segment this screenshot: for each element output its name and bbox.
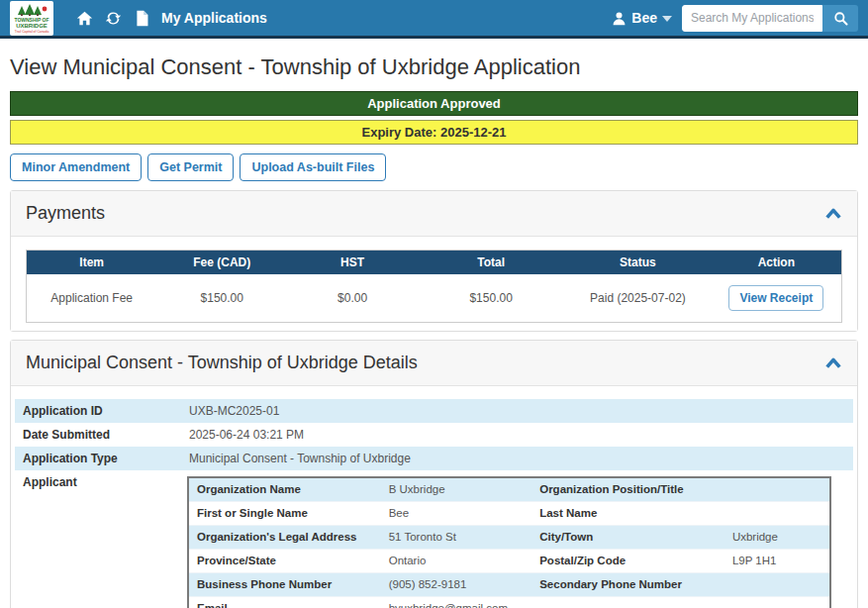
- payment-status: Paid (2025-07-02): [564, 274, 711, 323]
- search-button[interactable]: [822, 5, 858, 32]
- applicant-field-value: 51 Toronto St: [381, 526, 532, 550]
- field-label: Application Type: [15, 447, 185, 470]
- details-panel-body: Application ID UXB-MC2025-01 Date Submit…: [11, 386, 857, 608]
- applicant-table-wrap: Organization Name B Uxbridge Organizatio…: [185, 470, 853, 608]
- applicant-field-value: [724, 477, 830, 502]
- col-hst: HST: [287, 251, 418, 275]
- field-label: Date Submitted: [15, 423, 185, 447]
- applicant-table: Organization Name B Uxbridge Organizatio…: [187, 476, 831, 608]
- applicant-field-value: [724, 502, 830, 526]
- view-receipt-button[interactable]: View Receipt: [728, 285, 823, 311]
- detail-row-applicant: Applicant Organization Name B Uxbridge O…: [15, 470, 853, 608]
- col-total: Total: [418, 251, 564, 275]
- payment-fee: $150.00: [156, 274, 287, 323]
- payment-total: $150.00: [418, 274, 564, 323]
- chevron-up-icon[interactable]: [824, 356, 842, 370]
- applicant-field-label: First or Single Name: [188, 502, 381, 526]
- applicant-field-value: Uxbridge: [724, 526, 830, 550]
- col-fee: Fee (CAD): [156, 251, 287, 275]
- applicant-field-value: Bee: [381, 502, 532, 526]
- applicant-field-value: L9P 1H1: [724, 550, 830, 573]
- applicant-row: Organization's Legal Address 51 Toronto …: [188, 526, 830, 550]
- applicant-field-value: byuxbridge@gmail.com: [381, 597, 532, 608]
- detail-row-application-type: Application Type Municipal Consent - Tow…: [15, 447, 853, 470]
- minor-amendment-button[interactable]: Minor Amendment: [10, 153, 142, 181]
- field-label: Application ID: [15, 399, 185, 423]
- applicant-row: Email byuxbridge@gmail.com: [188, 597, 830, 608]
- chevron-down-icon: [662, 16, 672, 22]
- applicant-row: Organization Name B Uxbridge Organizatio…: [188, 477, 830, 502]
- field-value: UXB-MC2025-01: [185, 399, 283, 423]
- payments-title: Payments: [26, 203, 105, 224]
- navbar-right: Bee: [612, 5, 858, 32]
- applicant-field-value: [724, 597, 830, 608]
- applicant-row: First or Single Name Bee Last Name: [188, 502, 830, 526]
- details-title: Municipal Consent - Township of Uxbridge…: [26, 353, 418, 373]
- page-title: View Municipal Consent - Township of Uxb…: [10, 54, 858, 80]
- applicant-label: Applicant: [15, 470, 185, 494]
- refresh-icon[interactable]: [105, 10, 122, 27]
- search-icon: [833, 11, 848, 26]
- township-logo[interactable]: TOWNSHIP OF UXBRIDGE Trail Capital of Ca…: [10, 1, 53, 36]
- upload-asbuilt-button[interactable]: Upload As-built Files: [240, 153, 386, 181]
- col-item: Item: [27, 251, 157, 275]
- field-value: 2025-06-24 03:21 PM: [185, 423, 308, 447]
- search-input[interactable]: [682, 5, 822, 32]
- details-panel: Municipal Consent - Township of Uxbridge…: [10, 340, 858, 608]
- user-icon: [612, 11, 627, 26]
- payment-item: Application Fee: [27, 274, 157, 323]
- svg-text:Trail Capital of Canada: Trail Capital of Canada: [15, 29, 49, 33]
- applicant-field-label: Province/State: [188, 550, 381, 573]
- home-icon[interactable]: [76, 10, 93, 27]
- payments-panel-header[interactable]: Payments: [11, 191, 857, 237]
- applicant-field-label: [531, 597, 724, 608]
- get-permit-button[interactable]: Get Permit: [147, 153, 234, 181]
- action-buttons: Minor Amendment Get Permit Upload As-bui…: [10, 153, 858, 181]
- applicant-field-label: Organization Position/Title: [531, 477, 724, 502]
- applicant-field-label: Last Name: [531, 502, 724, 526]
- user-name: Bee: [631, 10, 657, 26]
- payments-panel-body: Item Fee (CAD) HST Total Status Action A…: [11, 237, 857, 331]
- payments-panel: Payments Item Fee (CAD) HST Total Status…: [10, 190, 858, 332]
- chevron-up-icon[interactable]: [824, 207, 842, 221]
- col-action: Action: [712, 251, 842, 275]
- detail-row-date-submitted: Date Submitted 2025-06-24 03:21 PM: [15, 423, 853, 447]
- applications-file-icon[interactable]: [134, 10, 150, 27]
- top-navbar: TOWNSHIP OF UXBRIDGE Trail Capital of Ca…: [0, 0, 868, 39]
- applicant-row: Business Phone Number (905) 852-9181 Sec…: [188, 573, 830, 597]
- payments-table: Item Fee (CAD) HST Total Status Action A…: [26, 250, 842, 323]
- applicant-field-value: B Uxbridge: [381, 477, 532, 502]
- details-panel-header[interactable]: Municipal Consent - Township of Uxbridge…: [11, 341, 857, 386]
- applicant-field-label: Postal/Zip Code: [531, 550, 724, 573]
- applicant-field-value: (905) 852-9181: [381, 573, 532, 597]
- field-value: Municipal Consent - Township of Uxbridge: [185, 447, 415, 470]
- user-menu[interactable]: Bee: [612, 10, 672, 26]
- svg-text:UXBRIDGE: UXBRIDGE: [16, 23, 48, 29]
- applicant-field-label: Email: [188, 597, 381, 608]
- applicant-field-label: Organization Name: [188, 477, 381, 502]
- applicant-row: Province/State Ontario Postal/Zip Code L…: [188, 550, 830, 573]
- applicant-field-label: Secondary Phone Number: [531, 573, 724, 597]
- page: TOWNSHIP OF UXBRIDGE Trail Capital of Ca…: [0, 0, 868, 608]
- payment-hst: $0.00: [287, 274, 418, 323]
- applicant-field-label: Business Phone Number: [188, 573, 381, 597]
- payment-row: Application Fee $150.00 $0.00 $150.00 Pa…: [27, 274, 842, 323]
- payments-header-row: Item Fee (CAD) HST Total Status Action: [27, 251, 842, 275]
- nav-my-applications[interactable]: My Applications: [161, 10, 267, 26]
- applicant-field-value: Ontario: [381, 550, 532, 573]
- search-bar: [682, 5, 858, 32]
- applicant-field-value: [724, 573, 830, 597]
- applicant-field-label: Organization's Legal Address: [188, 526, 381, 550]
- expiry-banner: Expiry Date: 2025-12-21: [10, 120, 858, 145]
- col-status: Status: [564, 251, 711, 275]
- navbar-icon-group: [76, 10, 150, 27]
- applicant-field-label: City/Town: [531, 526, 724, 550]
- trees-logo-icon: TOWNSHIP OF UXBRIDGE Trail Capital of Ca…: [12, 3, 51, 34]
- detail-row-application-id: Application ID UXB-MC2025-01: [15, 399, 853, 423]
- status-banner: Application Approved: [10, 91, 858, 116]
